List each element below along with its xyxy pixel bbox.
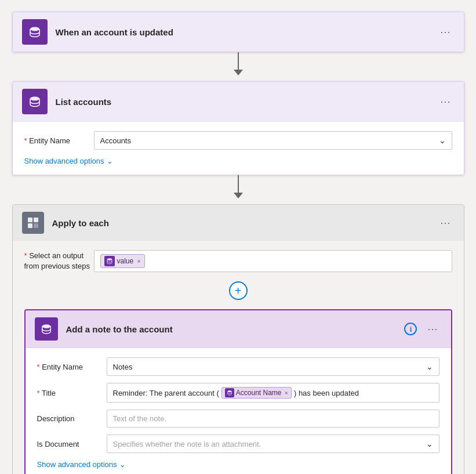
account-name-db-icon bbox=[225, 388, 234, 397]
is-document-label: Is Document bbox=[37, 440, 107, 448]
value-token-close[interactable]: × bbox=[137, 258, 140, 265]
add-note-card: Add a note to the account i ··· * Entity… bbox=[24, 309, 452, 474]
list-accounts-icon bbox=[22, 89, 48, 114]
trigger-icon bbox=[22, 19, 48, 45]
entity-name-label: * Entity Name bbox=[24, 136, 94, 145]
list-accounts-header[interactable]: List accounts ··· bbox=[13, 82, 464, 121]
svg-rect-2 bbox=[28, 218, 32, 222]
arrow-1 bbox=[234, 52, 243, 81]
show-advanced-label-1: Show advanced options bbox=[24, 157, 104, 165]
note-entity-name-label: * Entity Name bbox=[37, 363, 107, 371]
note-entity-name-row: * Entity Name Notes ⌄ bbox=[37, 357, 439, 376]
apply-each-actions: ··· bbox=[437, 215, 454, 231]
add-note-actions: i ··· bbox=[402, 320, 441, 338]
flow-canvas: When an account is updated ··· List acco… bbox=[12, 12, 464, 474]
trigger-title: When an account is updated bbox=[56, 27, 437, 37]
entity-name-chevron: ⌄ bbox=[439, 136, 446, 145]
trigger-more-button[interactable]: ··· bbox=[437, 24, 454, 41]
add-action-area: + bbox=[24, 281, 452, 300]
is-document-placeholder: Specifies whether the note is an attachm… bbox=[113, 440, 261, 448]
svg-point-8 bbox=[227, 390, 231, 392]
note-title-input[interactable]: Reminder: The parent account ( Acc bbox=[107, 383, 439, 403]
description-placeholder: Text of the note. bbox=[113, 414, 167, 423]
add-note-info-button[interactable]: i bbox=[402, 320, 419, 338]
add-note-header[interactable]: Add a note to the account i ··· bbox=[26, 310, 451, 348]
is-document-select[interactable]: Specifies whether the note is an attachm… bbox=[107, 435, 439, 453]
trigger-card: When an account is updated ··· bbox=[12, 12, 464, 52]
apply-each-header[interactable]: Apply to each ··· bbox=[13, 205, 464, 241]
list-accounts-body: * Entity Name Accounts ⌄ Show advanced o… bbox=[13, 121, 464, 175]
show-advanced-chevron-1: ⌄ bbox=[107, 157, 113, 165]
description-input[interactable]: Text of the note. bbox=[107, 410, 439, 428]
note-entity-name-value: Notes bbox=[113, 363, 133, 371]
apply-each-more-button[interactable]: ··· bbox=[437, 215, 454, 231]
note-title-prefix: Reminder: The parent account ( bbox=[113, 389, 219, 397]
entity-name-select[interactable]: Accounts ⌄ bbox=[94, 131, 452, 150]
show-advanced-button-2[interactable]: Show advanced options ⌄ bbox=[37, 460, 126, 469]
entity-name-row: * Entity Name Accounts ⌄ bbox=[24, 131, 452, 150]
svg-point-0 bbox=[30, 27, 39, 31]
trigger-header[interactable]: When an account is updated ··· bbox=[13, 12, 464, 52]
note-title-row: * Title Reminder: The parent account ( bbox=[37, 383, 439, 403]
add-note-title: Add a note to the account bbox=[66, 324, 402, 334]
account-name-token: Account Name × bbox=[221, 387, 292, 399]
svg-point-1 bbox=[30, 97, 39, 101]
list-accounts-actions: ··· bbox=[437, 93, 454, 110]
entity-name-value: Accounts bbox=[100, 136, 131, 145]
select-output-row: * Select an outputfrom previous steps va… bbox=[24, 250, 452, 272]
value-token-label: value bbox=[117, 257, 134, 265]
add-note-body: * Entity Name Notes ⌄ * Title Re bbox=[26, 348, 451, 474]
select-output-input[interactable]: value × bbox=[94, 250, 452, 272]
add-action-button[interactable]: + bbox=[229, 281, 248, 300]
svg-point-6 bbox=[107, 258, 112, 260]
show-advanced-chevron-2: ⌄ bbox=[119, 460, 126, 469]
value-token: value × bbox=[100, 254, 145, 268]
token-db-icon bbox=[104, 256, 115, 266]
add-note-more-button[interactable]: ··· bbox=[424, 321, 441, 338]
is-document-chevron: ⌄ bbox=[426, 439, 433, 448]
svg-rect-5 bbox=[34, 223, 38, 228]
note-entity-name-select[interactable]: Notes ⌄ bbox=[107, 357, 439, 376]
note-title-label: * Title bbox=[37, 389, 107, 397]
show-advanced-button-1[interactable]: Show advanced options ⌄ bbox=[24, 157, 113, 165]
apply-each-title: Apply to each bbox=[52, 218, 437, 228]
select-output-label: * Select an outputfrom previous steps bbox=[24, 251, 94, 272]
note-title-suffix: ) has been updated bbox=[294, 389, 359, 397]
list-accounts-more-button[interactable]: ··· bbox=[437, 93, 454, 110]
apply-each-container: Apply to each ··· * Select an outputfrom… bbox=[12, 204, 464, 474]
account-name-token-close[interactable]: × bbox=[285, 389, 288, 396]
trigger-actions: ··· bbox=[437, 24, 454, 41]
account-name-token-label: Account Name bbox=[236, 389, 282, 397]
note-entity-chevron: ⌄ bbox=[426, 362, 433, 371]
add-note-icon bbox=[35, 317, 58, 341]
arrow-2 bbox=[234, 175, 243, 204]
is-document-row: Is Document Specifies whether the note i… bbox=[37, 435, 439, 453]
svg-rect-3 bbox=[34, 218, 38, 222]
list-accounts-title: List accounts bbox=[56, 97, 437, 107]
apply-each-icon bbox=[22, 212, 44, 234]
description-row: Description Text of the note. bbox=[37, 410, 439, 428]
svg-rect-4 bbox=[28, 223, 32, 228]
show-advanced-label-2: Show advanced options bbox=[37, 460, 117, 469]
apply-each-body: * Select an outputfrom previous steps va… bbox=[13, 241, 464, 474]
description-label: Description bbox=[37, 414, 107, 423]
list-accounts-card: List accounts ··· * Entity Name Accounts… bbox=[12, 81, 464, 175]
svg-point-7 bbox=[42, 324, 50, 328]
